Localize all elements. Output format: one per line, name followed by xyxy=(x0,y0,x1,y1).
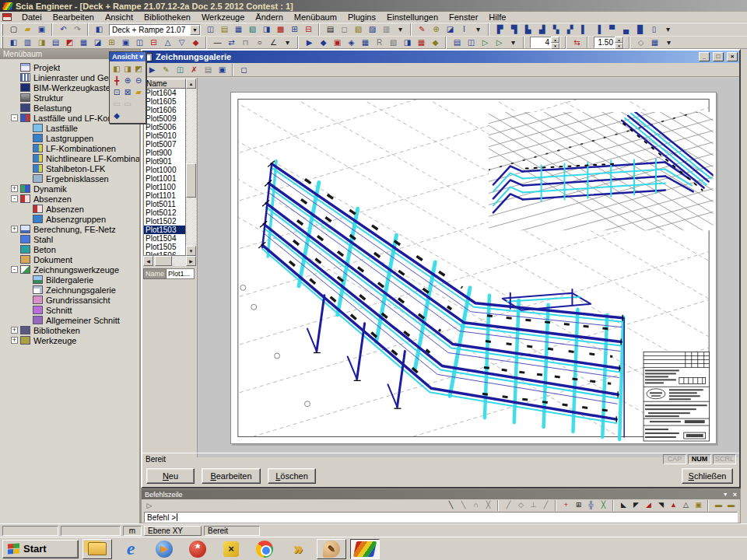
menu-item[interactable]: Werkzeuge xyxy=(196,12,250,23)
insert-plot-icon[interactable]: ▶ xyxy=(146,64,159,76)
viewpane-icon-8[interactable]: ▐ xyxy=(591,23,605,36)
structure-tool-icon-10[interactable]: ◫ xyxy=(133,37,146,49)
plot-list-item[interactable]: Plot900 xyxy=(144,149,185,157)
viewpane-icon-6[interactable]: ▞ xyxy=(563,23,577,36)
tree-expander-icon[interactable] xyxy=(11,226,18,233)
frame-icon[interactable]: ⊞ xyxy=(288,23,301,36)
tree-expander-icon[interactable] xyxy=(11,114,18,121)
structure-tool-icon-11[interactable]: ⊟ xyxy=(147,37,160,49)
menu-item[interactable]: Datei xyxy=(16,12,47,23)
unit-indicator[interactable]: m xyxy=(123,526,142,536)
snap-node-icon[interactable]: ╱ xyxy=(503,500,514,511)
structure-tool-icon-1[interactable]: ◧ xyxy=(7,37,20,49)
menu-item[interactable]: Ansicht xyxy=(100,12,139,23)
tree-item[interactable]: Zeichnungsgalerie xyxy=(2,285,139,295)
snap-perp-icon[interactable]: ⊥ xyxy=(528,500,539,511)
tree-item[interactable]: Schnitt xyxy=(2,305,139,315)
document-window-icon[interactable] xyxy=(2,13,12,21)
snap-corner-icon-1[interactable]: ◣ xyxy=(618,500,630,511)
project-combobox[interactable]: Deck + Rampe 21.07 ▼ xyxy=(109,24,201,36)
zoom-in-icon[interactable]: ⊕ xyxy=(122,75,133,86)
property-value[interactable]: Plot1... xyxy=(167,268,195,279)
tree-expander-icon[interactable] xyxy=(11,266,18,273)
plot-list-item[interactable]: Plot5009 xyxy=(144,114,185,123)
plot-list-item[interactable]: Plot1001 xyxy=(144,174,185,183)
tree-item[interactable]: Absenzgruppen xyxy=(2,214,139,224)
tree-expander-icon[interactable] xyxy=(11,337,18,344)
xml-icon[interactable]: ▧ xyxy=(246,23,259,36)
tree-item[interactable]: LF-Kombinationen xyxy=(2,143,139,153)
plot-list-item[interactable]: Plot5007 xyxy=(144,140,185,149)
structure-tool-icon-13[interactable]: ▽ xyxy=(175,37,188,49)
tree-item[interactable]: Absenzen xyxy=(2,194,139,204)
structure-tool-icon-14[interactable]: ◆ xyxy=(189,37,202,49)
scroll-up-icon[interactable]: ▲ xyxy=(186,79,196,89)
horizontal-scrollbar[interactable]: ◀ ▶ xyxy=(143,256,196,266)
edit-plot-icon[interactable]: ✎ xyxy=(160,64,173,76)
viewpane-icon-3[interactable]: ▙ xyxy=(521,23,535,36)
rotate-icon[interactable]: ◈ xyxy=(345,37,358,49)
tree-item[interactable]: Grundrissansicht xyxy=(2,295,139,305)
snap-seg-icon[interactable]: ╲ xyxy=(458,500,469,511)
tree-item[interactable]: Nichtlineare LF-Kombinationen xyxy=(2,153,139,163)
export-icon[interactable]: ▥ xyxy=(380,23,393,36)
open-icon[interactable]: ▰ xyxy=(21,23,34,36)
more-dropdown[interactable]: ▾ xyxy=(281,37,294,49)
prev-view-icon[interactable]: ▭ xyxy=(111,98,122,110)
structure-tool-icon-9[interactable]: ▣ xyxy=(119,37,132,49)
axis-icon[interactable]: ╋ xyxy=(111,75,122,86)
snap-corner-icon-3[interactable]: ◢ xyxy=(643,500,654,511)
move-icon[interactable]: ◆ xyxy=(317,37,330,49)
raster-icon[interactable]: ⊟ xyxy=(302,23,315,36)
more-dropdown[interactable]: ▾ xyxy=(661,23,675,36)
plot-list-item[interactable]: Plot1606 xyxy=(144,106,185,114)
view-x-icon[interactable]: ◧ xyxy=(111,63,122,75)
viewpane-icon-10[interactable]: ▄ xyxy=(619,23,633,36)
scroll-left-icon[interactable]: ◀ xyxy=(143,256,153,266)
tree-item[interactable]: Stahlbeton-LFK xyxy=(2,163,139,173)
plot-list-header[interactable]: Name xyxy=(143,79,186,89)
close-icon[interactable]: × xyxy=(727,52,738,61)
menu-item[interactable]: Ändern xyxy=(250,12,288,23)
spinner-arrows-icon[interactable]: ▴▾ xyxy=(615,37,623,49)
close-icon[interactable]: × xyxy=(733,491,737,499)
snap-corner-icon-6[interactable]: △ xyxy=(680,500,692,511)
tree-item[interactable]: Werkzeuge xyxy=(2,335,139,345)
nodes-icon[interactable]: ⇄ xyxy=(225,37,238,49)
undo-icon[interactable]: ↶ xyxy=(57,23,70,36)
swap-icon[interactable]: ⇆ xyxy=(570,37,584,49)
combobox-dropdown-icon[interactable]: ▼ xyxy=(190,25,200,35)
more-dropdown[interactable]: ▾ xyxy=(472,23,485,36)
structure-tool-icon-2[interactable]: ▥ xyxy=(21,37,34,49)
snap-corner-icon-5[interactable]: ▲ xyxy=(668,500,679,511)
plane-indicator[interactable]: Ebene XY xyxy=(144,526,202,536)
red-app-icon[interactable]: * xyxy=(183,539,212,559)
project-manager-icon[interactable]: ◫ xyxy=(204,23,217,36)
viewpane-icon-4[interactable]: ▟ xyxy=(535,23,549,36)
internet-explorer-icon[interactable]: e xyxy=(116,539,146,559)
preview-icon[interactable]: ◻ xyxy=(338,23,351,36)
zoom-window-icon[interactable]: ⊡ xyxy=(111,86,122,98)
minimize-icon[interactable]: _ xyxy=(699,52,710,61)
neu-button[interactable]: Neu xyxy=(146,468,195,484)
run-icon[interactable]: ▷ xyxy=(479,37,492,49)
zeichnungsgalerie-titlebar[interactable]: Zeichnungsgalerie _ □ × xyxy=(142,51,739,63)
plot-list-item[interactable]: Plot1505 xyxy=(144,243,185,251)
scia-app-icon[interactable] xyxy=(350,539,380,559)
ansicht-titlebar[interactable]: Ansicht ▾ xyxy=(110,52,146,61)
properties-icon[interactable]: ◆ xyxy=(429,37,442,49)
tree-item[interactable]: Berechnung, FE-Netz xyxy=(2,224,139,234)
structure-tool-icon-8[interactable]: ⊞ xyxy=(105,37,118,49)
new-icon[interactable]: ▢ xyxy=(7,23,20,36)
schliessen-button[interactable]: Schließen xyxy=(682,468,733,484)
scale-spinner[interactable]: 1.50 ▴▾ xyxy=(594,37,624,48)
document-icon[interactable]: ▨ xyxy=(366,23,379,36)
view-y-icon[interactable]: ◨ xyxy=(122,63,133,75)
preview-plot-icon[interactable]: ◻ xyxy=(237,64,251,76)
toolbar-grip[interactable] xyxy=(1,24,3,36)
viewpane-icon-5[interactable]: ▚ xyxy=(549,23,563,36)
zoom-out-icon[interactable]: ⊖ xyxy=(133,75,144,86)
start-button[interactable]: Start xyxy=(2,540,79,558)
plot-list-item[interactable]: Plot5012 xyxy=(144,208,185,217)
scrollbar-thumb[interactable] xyxy=(155,256,172,266)
